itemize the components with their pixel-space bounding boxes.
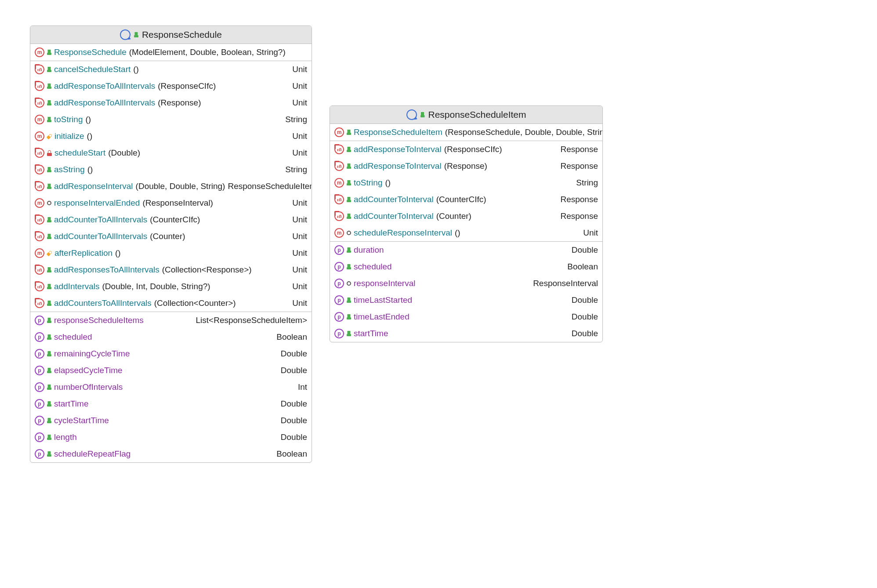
visibility-public-icon: [47, 184, 51, 189]
method-row[interactable]: maddResponseToInterval(ResponseCIfc)Resp…: [330, 141, 602, 158]
method-row[interactable]: maddResponseToAllIntervals(ResponseCIfc)…: [30, 78, 312, 94]
property-row[interactable]: ptimeLastEndedDouble: [330, 309, 602, 325]
method-row[interactable]: maddResponseToInterval(Response)Response: [330, 158, 602, 174]
return-type: Unit: [292, 148, 307, 158]
method-row[interactable]: maddResponseToAllIntervals(Response)Unit: [30, 94, 312, 111]
return-type: Unit: [292, 98, 307, 108]
method-row[interactable]: maddCountersToAllIntervals(Collection<Co…: [30, 295, 312, 312]
property-row[interactable]: pnumberOfIntervalsInt: [30, 379, 312, 396]
visibility-public-icon: [347, 197, 351, 202]
visibility-public-icon: [47, 117, 51, 122]
method-params: (ResponseCIfc): [158, 81, 216, 91]
method-name: scheduleResponseInterval: [354, 228, 452, 238]
method-params: (Counter): [150, 232, 185, 241]
method-final-icon: m: [35, 181, 44, 191]
visibility-public-icon: [47, 217, 51, 222]
property-row[interactable]: pscheduledBoolean: [30, 329, 312, 345]
visibility-public-icon: [47, 284, 51, 289]
visibility-public-icon: [347, 180, 351, 185]
return-type: Response: [560, 195, 598, 204]
method-final-icon: m: [334, 145, 344, 154]
property-row[interactable]: pstartTimeDouble: [330, 325, 602, 342]
visibility-public-icon: [347, 130, 351, 135]
method-row[interactable]: mresponseIntervalEnded(ResponseInterval)…: [30, 195, 312, 211]
return-type: Double: [572, 312, 598, 322]
property-row[interactable]: pcycleStartTimeDouble: [30, 412, 312, 429]
method-icon: m: [35, 131, 44, 141]
method-name: scheduleStart: [54, 148, 105, 158]
visibility-public-icon: [347, 214, 351, 219]
property-name: scheduled: [354, 262, 392, 272]
method-icon: m: [35, 115, 44, 124]
method-row[interactable]: maddCounterToInterval(CounterCIfc)Respon…: [330, 191, 602, 208]
method-row[interactable]: mafterReplication()Unit: [30, 245, 312, 261]
method-params: (): [85, 115, 91, 124]
method-row[interactable]: mscheduleResponseInterval()Unit: [330, 225, 602, 241]
method-params: (Response): [158, 98, 201, 108]
property-icon: p: [35, 432, 44, 442]
class-title: ResponseScheduleItem: [428, 109, 526, 120]
method-name: addCounterToInterval: [354, 211, 434, 221]
property-row[interactable]: presponseScheduleItemsList<ResponseSched…: [30, 312, 312, 329]
class-box-ResponseSchedule[interactable]: ResponseSchedulemResponseSchedule(ModelE…: [30, 25, 312, 463]
return-type: Unit: [292, 298, 307, 308]
method-final-icon: m: [35, 232, 44, 241]
method-params: (CounterCIfc): [150, 215, 200, 225]
method-icon: m: [334, 228, 344, 238]
visibility-public-icon: [420, 112, 425, 117]
method-params: (CounterCIfc): [436, 195, 486, 204]
property-name: scheduled: [54, 332, 92, 342]
method-icon: m: [35, 47, 44, 57]
property-row[interactable]: ptimeLastStartedDouble: [330, 292, 602, 309]
property-row[interactable]: plengthDouble: [30, 429, 312, 446]
visibility-public-icon: [134, 32, 138, 37]
method-row[interactable]: minitialize()Unit: [30, 128, 312, 145]
property-icon: p: [35, 349, 44, 359]
method-params: (Collection<Response>): [162, 265, 252, 275]
method-row[interactable]: mResponseSchedule(ModelElement, Double, …: [30, 44, 312, 61]
return-type: Boolean: [567, 262, 598, 272]
method-row[interactable]: maddIntervals(Double, Int, Double, Strin…: [30, 278, 312, 295]
method-name: ResponseScheduleItem: [354, 127, 442, 137]
visibility-public-icon: [47, 83, 51, 89]
property-row[interactable]: pscheduledBoolean: [330, 258, 602, 275]
property-row[interactable]: premainingCycleTimeDouble: [30, 345, 312, 362]
method-row[interactable]: maddCounterToAllIntervals(Counter)Unit: [30, 228, 312, 245]
return-type: String: [285, 115, 307, 124]
class-header[interactable]: ResponseScheduleItem: [330, 106, 602, 124]
method-row[interactable]: maddCounterToInterval(Counter)Response: [330, 208, 602, 225]
property-row[interactable]: pscheduleRepeatFlagBoolean: [30, 446, 312, 462]
method-params: (ResponseCIfc): [444, 145, 502, 154]
property-row[interactable]: pstartTimeDouble: [30, 396, 312, 412]
return-type: Unit: [292, 215, 307, 225]
method-final-icon: m: [35, 265, 44, 275]
method-name: addResponseToAllIntervals: [54, 98, 155, 108]
method-row[interactable]: mResponseScheduleItem(ResponseSchedule, …: [330, 124, 602, 141]
property-icon: p: [334, 295, 344, 305]
visibility-public-icon: [347, 298, 351, 303]
method-row[interactable]: mscheduleStart(Double)Unit: [30, 145, 312, 161]
method-row[interactable]: maddResponseInterval(Double, Double, Str…: [30, 178, 312, 195]
class-box-ResponseScheduleItem[interactable]: ResponseScheduleItemmResponseScheduleIte…: [330, 105, 603, 342]
method-row[interactable]: mcancelScheduleStart()Unit: [30, 61, 312, 78]
method-name: addResponsesToAllIntervals: [54, 265, 159, 275]
method-row[interactable]: masString()String: [30, 161, 312, 178]
visibility-internal-icon: [47, 201, 51, 205]
method-row[interactable]: mtoString()String: [330, 174, 602, 191]
visibility-public-icon: [347, 331, 351, 336]
property-row[interactable]: presponseIntervalResponseInterval: [330, 275, 602, 292]
method-params: (Double): [108, 148, 140, 158]
return-type: Response: [560, 145, 598, 154]
return-type: ResponseInterval: [533, 279, 598, 288]
property-name: elapsedCycleTime: [54, 366, 123, 375]
class-header[interactable]: ResponseSchedule: [30, 26, 312, 44]
property-row[interactable]: pelapsedCycleTimeDouble: [30, 362, 312, 379]
method-name: toString: [354, 178, 382, 188]
visibility-public-icon: [47, 167, 51, 172]
property-row[interactable]: pdurationDouble: [330, 242, 602, 258]
method-row[interactable]: mtoString()String: [30, 111, 312, 128]
property-icon: p: [35, 332, 44, 342]
method-row[interactable]: maddResponsesToAllIntervals(Collection<R…: [30, 261, 312, 278]
method-params: (Response): [444, 161, 487, 171]
method-row[interactable]: maddCounterToAllIntervals(CounterCIfc)Un…: [30, 211, 312, 228]
